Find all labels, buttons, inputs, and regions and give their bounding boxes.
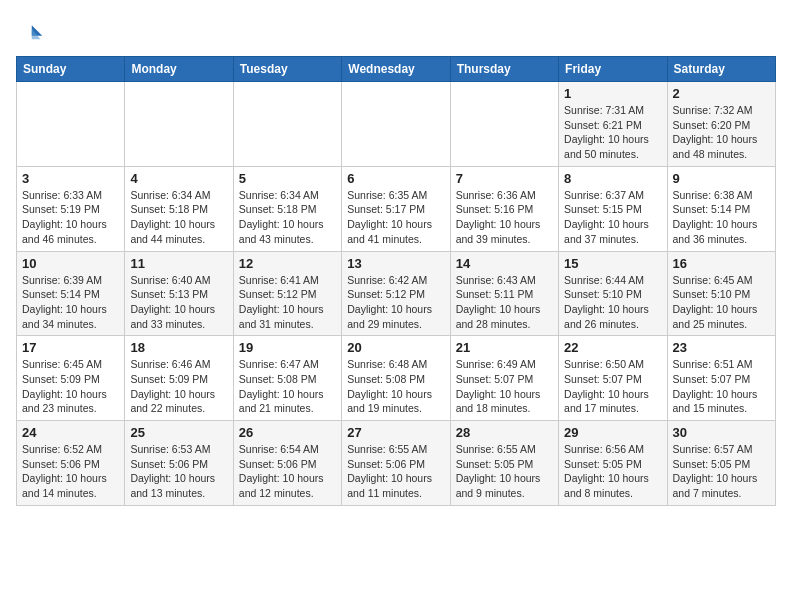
calendar-header-sunday: Sunday: [17, 57, 125, 82]
day-number: 15: [564, 256, 661, 271]
calendar-cell: 18Sunrise: 6:46 AM Sunset: 5:09 PM Dayli…: [125, 336, 233, 421]
logo-icon: [16, 20, 44, 48]
day-number: 3: [22, 171, 119, 186]
day-info: Sunrise: 6:51 AM Sunset: 5:07 PM Dayligh…: [673, 357, 770, 416]
calendar-cell: 21Sunrise: 6:49 AM Sunset: 5:07 PM Dayli…: [450, 336, 558, 421]
calendar-week-row: 17Sunrise: 6:45 AM Sunset: 5:09 PM Dayli…: [17, 336, 776, 421]
calendar-cell: 22Sunrise: 6:50 AM Sunset: 5:07 PM Dayli…: [559, 336, 667, 421]
day-info: Sunrise: 6:49 AM Sunset: 5:07 PM Dayligh…: [456, 357, 553, 416]
day-info: Sunrise: 6:34 AM Sunset: 5:18 PM Dayligh…: [239, 188, 336, 247]
day-number: 23: [673, 340, 770, 355]
calendar-week-row: 10Sunrise: 6:39 AM Sunset: 5:14 PM Dayli…: [17, 251, 776, 336]
day-number: 22: [564, 340, 661, 355]
day-info: Sunrise: 6:41 AM Sunset: 5:12 PM Dayligh…: [239, 273, 336, 332]
day-number: 14: [456, 256, 553, 271]
day-info: Sunrise: 6:42 AM Sunset: 5:12 PM Dayligh…: [347, 273, 444, 332]
day-info: Sunrise: 6:40 AM Sunset: 5:13 PM Dayligh…: [130, 273, 227, 332]
day-info: Sunrise: 7:31 AM Sunset: 6:21 PM Dayligh…: [564, 103, 661, 162]
day-info: Sunrise: 6:55 AM Sunset: 5:05 PM Dayligh…: [456, 442, 553, 501]
day-number: 30: [673, 425, 770, 440]
calendar-table: SundayMondayTuesdayWednesdayThursdayFrid…: [16, 56, 776, 506]
calendar-cell: 6Sunrise: 6:35 AM Sunset: 5:17 PM Daylig…: [342, 166, 450, 251]
calendar-header-friday: Friday: [559, 57, 667, 82]
calendar-cell: 25Sunrise: 6:53 AM Sunset: 5:06 PM Dayli…: [125, 421, 233, 506]
calendar-cell: 28Sunrise: 6:55 AM Sunset: 5:05 PM Dayli…: [450, 421, 558, 506]
day-number: 8: [564, 171, 661, 186]
page-header: [16, 16, 776, 48]
calendar-cell: 29Sunrise: 6:56 AM Sunset: 5:05 PM Dayli…: [559, 421, 667, 506]
day-number: 2: [673, 86, 770, 101]
calendar-cell: [125, 82, 233, 167]
calendar-week-row: 24Sunrise: 6:52 AM Sunset: 5:06 PM Dayli…: [17, 421, 776, 506]
calendar-cell: [17, 82, 125, 167]
day-number: 20: [347, 340, 444, 355]
calendar-cell: [342, 82, 450, 167]
day-info: Sunrise: 6:54 AM Sunset: 5:06 PM Dayligh…: [239, 442, 336, 501]
day-number: 25: [130, 425, 227, 440]
day-info: Sunrise: 6:55 AM Sunset: 5:06 PM Dayligh…: [347, 442, 444, 501]
day-info: Sunrise: 6:56 AM Sunset: 5:05 PM Dayligh…: [564, 442, 661, 501]
day-number: 7: [456, 171, 553, 186]
calendar-cell: [233, 82, 341, 167]
calendar-cell: 13Sunrise: 6:42 AM Sunset: 5:12 PM Dayli…: [342, 251, 450, 336]
calendar-cell: 10Sunrise: 6:39 AM Sunset: 5:14 PM Dayli…: [17, 251, 125, 336]
day-number: 17: [22, 340, 119, 355]
day-info: Sunrise: 6:39 AM Sunset: 5:14 PM Dayligh…: [22, 273, 119, 332]
day-info: Sunrise: 6:57 AM Sunset: 5:05 PM Dayligh…: [673, 442, 770, 501]
calendar-cell: 27Sunrise: 6:55 AM Sunset: 5:06 PM Dayli…: [342, 421, 450, 506]
day-info: Sunrise: 6:52 AM Sunset: 5:06 PM Dayligh…: [22, 442, 119, 501]
calendar-cell: 30Sunrise: 6:57 AM Sunset: 5:05 PM Dayli…: [667, 421, 775, 506]
day-info: Sunrise: 6:47 AM Sunset: 5:08 PM Dayligh…: [239, 357, 336, 416]
calendar-header-row: SundayMondayTuesdayWednesdayThursdayFrid…: [17, 57, 776, 82]
day-number: 28: [456, 425, 553, 440]
calendar-cell: 8Sunrise: 6:37 AM Sunset: 5:15 PM Daylig…: [559, 166, 667, 251]
calendar-cell: 15Sunrise: 6:44 AM Sunset: 5:10 PM Dayli…: [559, 251, 667, 336]
day-number: 12: [239, 256, 336, 271]
day-info: Sunrise: 6:34 AM Sunset: 5:18 PM Dayligh…: [130, 188, 227, 247]
calendar-cell: 7Sunrise: 6:36 AM Sunset: 5:16 PM Daylig…: [450, 166, 558, 251]
calendar-cell: 3Sunrise: 6:33 AM Sunset: 5:19 PM Daylig…: [17, 166, 125, 251]
day-number: 29: [564, 425, 661, 440]
day-number: 19: [239, 340, 336, 355]
day-info: Sunrise: 6:46 AM Sunset: 5:09 PM Dayligh…: [130, 357, 227, 416]
day-info: Sunrise: 6:36 AM Sunset: 5:16 PM Dayligh…: [456, 188, 553, 247]
calendar-header-tuesday: Tuesday: [233, 57, 341, 82]
calendar-header-monday: Monday: [125, 57, 233, 82]
calendar-cell: 23Sunrise: 6:51 AM Sunset: 5:07 PM Dayli…: [667, 336, 775, 421]
logo: [16, 20, 48, 48]
day-info: Sunrise: 6:48 AM Sunset: 5:08 PM Dayligh…: [347, 357, 444, 416]
day-info: Sunrise: 6:53 AM Sunset: 5:06 PM Dayligh…: [130, 442, 227, 501]
day-number: 9: [673, 171, 770, 186]
calendar-header-saturday: Saturday: [667, 57, 775, 82]
day-number: 4: [130, 171, 227, 186]
calendar-cell: 26Sunrise: 6:54 AM Sunset: 5:06 PM Dayli…: [233, 421, 341, 506]
calendar-cell: 4Sunrise: 6:34 AM Sunset: 5:18 PM Daylig…: [125, 166, 233, 251]
calendar-cell: 16Sunrise: 6:45 AM Sunset: 5:10 PM Dayli…: [667, 251, 775, 336]
calendar-cell: 2Sunrise: 7:32 AM Sunset: 6:20 PM Daylig…: [667, 82, 775, 167]
calendar-cell: 9Sunrise: 6:38 AM Sunset: 5:14 PM Daylig…: [667, 166, 775, 251]
calendar-cell: 14Sunrise: 6:43 AM Sunset: 5:11 PM Dayli…: [450, 251, 558, 336]
calendar-cell: 5Sunrise: 6:34 AM Sunset: 5:18 PM Daylig…: [233, 166, 341, 251]
day-number: 16: [673, 256, 770, 271]
day-number: 13: [347, 256, 444, 271]
calendar-week-row: 1Sunrise: 7:31 AM Sunset: 6:21 PM Daylig…: [17, 82, 776, 167]
calendar-cell: 1Sunrise: 7:31 AM Sunset: 6:21 PM Daylig…: [559, 82, 667, 167]
calendar-cell: 20Sunrise: 6:48 AM Sunset: 5:08 PM Dayli…: [342, 336, 450, 421]
calendar-cell: 11Sunrise: 6:40 AM Sunset: 5:13 PM Dayli…: [125, 251, 233, 336]
day-info: Sunrise: 6:44 AM Sunset: 5:10 PM Dayligh…: [564, 273, 661, 332]
calendar-cell: 19Sunrise: 6:47 AM Sunset: 5:08 PM Dayli…: [233, 336, 341, 421]
day-info: Sunrise: 6:45 AM Sunset: 5:10 PM Dayligh…: [673, 273, 770, 332]
day-number: 10: [22, 256, 119, 271]
day-number: 1: [564, 86, 661, 101]
day-info: Sunrise: 6:45 AM Sunset: 5:09 PM Dayligh…: [22, 357, 119, 416]
calendar-cell: [450, 82, 558, 167]
calendar-cell: 17Sunrise: 6:45 AM Sunset: 5:09 PM Dayli…: [17, 336, 125, 421]
day-info: Sunrise: 6:35 AM Sunset: 5:17 PM Dayligh…: [347, 188, 444, 247]
day-info: Sunrise: 6:43 AM Sunset: 5:11 PM Dayligh…: [456, 273, 553, 332]
calendar-week-row: 3Sunrise: 6:33 AM Sunset: 5:19 PM Daylig…: [17, 166, 776, 251]
calendar-header-thursday: Thursday: [450, 57, 558, 82]
day-number: 6: [347, 171, 444, 186]
day-info: Sunrise: 6:50 AM Sunset: 5:07 PM Dayligh…: [564, 357, 661, 416]
day-number: 27: [347, 425, 444, 440]
day-number: 24: [22, 425, 119, 440]
